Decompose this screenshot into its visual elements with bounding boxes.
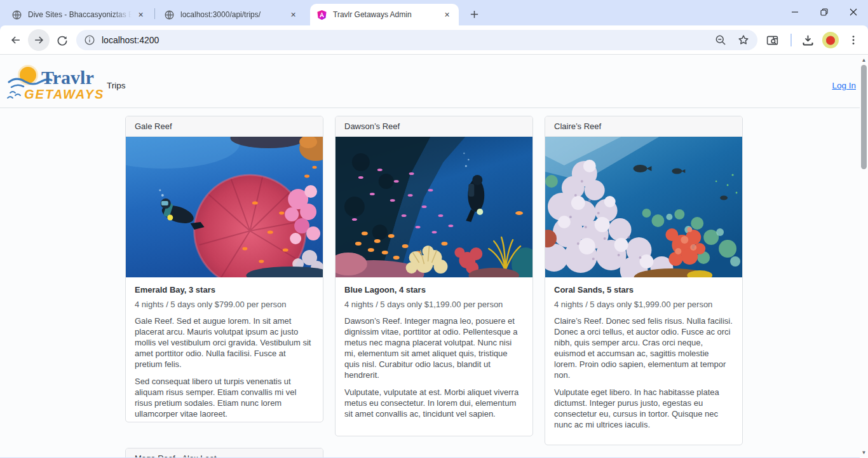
tab-localhost-api[interactable]: localhost:3000/api/trips/ × (158, 4, 305, 25)
tab-divider (154, 8, 155, 19)
trip-card-body: Coral Sands, 5 stars 4 nights / 5 days o… (545, 277, 742, 444)
trip-description-para2: Vulputate eget libero. In hac habitasse … (554, 387, 733, 430)
trip-card-claires-reef: Claire’s Reef (545, 116, 743, 445)
angular-icon (316, 10, 327, 20)
window-close-button[interactable] (839, 0, 868, 24)
forward-button[interactable] (28, 29, 50, 51)
tab-strip: Dive Sites - Bhaccasyoniztas Bea × local… (0, 0, 868, 25)
logo-line2-text: GETAWAYS (24, 87, 104, 101)
trip-description-para2: Sed consequat libero ut turpis venenatis… (135, 376, 314, 419)
tab-travlr-admin-active[interactable]: Travlr Getaways Admin × (310, 4, 459, 25)
trip-price-line: 4 nights / 5 days only $1,999.00 per per… (554, 300, 733, 309)
trip-card-header: Mega Reef - Alex Leet (126, 448, 323, 457)
trip-image-claires-reef (545, 137, 742, 277)
page-scrollbar[interactable]: ▲ ▼ (860, 55, 868, 458)
tab-title: Dive Sites - Bhaccasyoniztas Bea (28, 10, 132, 19)
avatar-image (822, 32, 839, 48)
url-text[interactable]: localhost:4200 (102, 35, 704, 45)
trip-price-line: 4 nights / 5 days only $799.00 per perso… (135, 300, 314, 309)
scrollbar-thumb[interactable] (861, 65, 867, 169)
restore-button[interactable] (810, 0, 839, 24)
tab-title: Travlr Getaways Admin (333, 10, 438, 19)
scroll-down-icon[interactable]: ▼ (860, 448, 868, 457)
menu-icon[interactable] (843, 29, 864, 51)
trip-card-header: Claire’s Reef (545, 116, 742, 137)
address-bar[interactable]: localhost:4200 (76, 30, 757, 50)
nav-item-trips[interactable]: Trips (107, 81, 126, 90)
toolbar-divider (790, 34, 792, 46)
trip-price-line: 4 nights / 5 days only $1,199.00 per per… (344, 300, 524, 309)
trip-card-body: Blue Lagoon, 4 stars 4 nights / 5 days o… (336, 277, 532, 433)
zoom-icon[interactable] (714, 34, 727, 46)
minimize-button[interactable] (780, 0, 810, 24)
travlr-getaways-logo[interactable]: Travlr GETAWAYS (5, 61, 104, 103)
trip-resort-title: Coral Sands, 5 stars (554, 285, 733, 295)
trip-card-gale-reef: Gale Reef (125, 116, 323, 422)
page-viewport: Travlr GETAWAYS Trips Log In Gale Reef (0, 55, 868, 457)
trip-resort-title: Blue Lagoon, 4 stars (344, 285, 524, 295)
trip-description-para1: Claire’s Reef. Donec sed felis risus. Nu… (554, 316, 733, 380)
back-button[interactable] (5, 29, 27, 51)
close-icon[interactable]: × (442, 10, 452, 20)
reload-button[interactable] (51, 29, 72, 51)
browser-window: Dive Sites - Bhaccasyoniztas Bea × local… (0, 0, 868, 458)
trip-card-header: Dawson’s Reef (336, 116, 532, 137)
trip-description-para1: Dawson’s Reef. Integer magna leo, posuer… (344, 316, 524, 380)
trip-image-gale-reef (126, 137, 323, 277)
trip-card-dawsons-reef: Dawson’s Reef (335, 116, 533, 436)
close-icon[interactable]: × (288, 10, 299, 20)
trip-card-body: Emerald Bay, 3 stars 4 nights / 5 days o… (126, 277, 323, 422)
tab-dive-sites[interactable]: Dive Sites - Bhaccasyoniztas Bea × (5, 4, 153, 25)
profile-avatar[interactable] (820, 29, 841, 51)
scroll-up-icon[interactable]: ▲ (860, 56, 868, 64)
globe-icon (11, 10, 22, 20)
tab-search-icon[interactable] (761, 29, 783, 51)
trip-image-dawsons-reef (336, 137, 532, 277)
tab-title: localhost:3000/api/trips/ (180, 10, 284, 19)
trip-cards-row: Gale Reef (125, 116, 743, 457)
trip-description-para1: Gale Reef. Sed et augue lorem. In sit am… (135, 316, 314, 370)
trips-content: Gale Reef (0, 108, 868, 457)
logo-line1-text: Travlr (41, 67, 94, 88)
window-controls (780, 0, 868, 24)
trip-description-para2: Vulputate, vulputate at est. Morbi aliqu… (344, 387, 524, 419)
trip-card-header: Gale Reef (126, 116, 323, 137)
birds-icon (8, 92, 20, 98)
new-tab-button[interactable] (465, 5, 483, 23)
close-icon[interactable]: × (135, 10, 146, 20)
site-header: Travlr GETAWAYS Trips Log In (0, 55, 868, 108)
trip-resort-title: Emerald Bay, 3 stars (135, 285, 314, 295)
browser-toolbar: localhost:4200 (0, 25, 868, 55)
login-link[interactable]: Log In (832, 81, 856, 90)
globe-icon (164, 10, 175, 20)
download-icon[interactable] (797, 29, 818, 51)
trip-card-mega-reef: Mega Reef - Alex Leet (125, 448, 323, 457)
bookmark-star-icon[interactable] (737, 34, 750, 46)
site-info-icon[interactable] (84, 34, 95, 46)
